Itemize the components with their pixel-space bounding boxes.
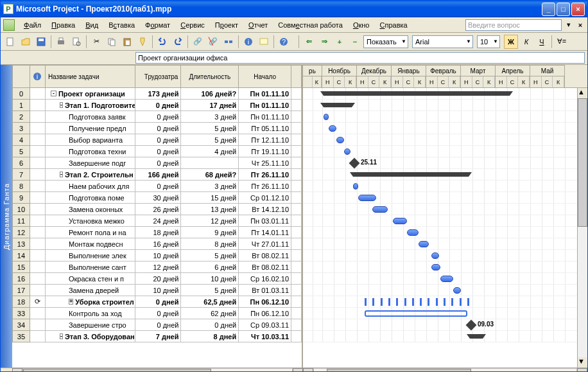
- scroll-up-button[interactable]: ▲: [578, 88, 587, 98]
- row-header[interactable]: 17: [12, 285, 30, 296]
- start-cell[interactable]: Пн 06.12.10: [239, 296, 291, 308]
- duration-cell[interactable]: 15 дней: [181, 192, 239, 204]
- duration-cell[interactable]: 106 дней?: [181, 88, 239, 100]
- start-cell[interactable]: Ср 01.12.10: [239, 192, 291, 204]
- milestone-icon[interactable]: [349, 158, 360, 169]
- task-bar[interactable]: [344, 148, 350, 155]
- work-cell[interactable]: 18 дней: [135, 227, 182, 238]
- task-row[interactable]: 9Подготовка поме30 дней15 днейСр 01.12.1…: [12, 192, 302, 204]
- gantt-row[interactable]: [303, 123, 587, 134]
- gantt-row[interactable]: [303, 308, 587, 319]
- task-name-cell[interactable]: Замена оконных: [46, 204, 135, 215]
- row-header[interactable]: 2: [12, 111, 30, 123]
- menu-вид[interactable]: Вид: [80, 19, 103, 31]
- link-button[interactable]: 🔗: [191, 35, 205, 49]
- summary-bar[interactable]: [353, 172, 469, 177]
- duration-cell[interactable]: 5 дней: [181, 134, 239, 146]
- work-cell[interactable]: 16 дней: [135, 238, 182, 250]
- col-name[interactable]: Название задачи: [46, 65, 135, 88]
- col-start[interactable]: Начало: [239, 65, 291, 88]
- task-name-cell[interactable]: Выполнение элек: [46, 250, 135, 261]
- task-row[interactable]: 6Завершение подг0 днейЧт 25.11.10: [12, 157, 302, 169]
- task-row[interactable]: 10Замена оконных26 дней13 днейВт 14.12.1…: [12, 204, 302, 215]
- col-extra[interactable]: [291, 65, 302, 88]
- gantt-row[interactable]: [303, 134, 587, 146]
- work-cell[interactable]: 12 дней: [135, 261, 182, 273]
- start-cell[interactable]: Пн 01.11.10: [239, 88, 291, 100]
- work-cell[interactable]: 24 дней: [135, 215, 182, 227]
- gantt-row[interactable]: [303, 296, 587, 308]
- gantt-row[interactable]: 25.11: [303, 157, 587, 169]
- task-bar[interactable]: [453, 287, 461, 294]
- task-row[interactable]: 14Выполнение элек10 дней5 днейВт 08.02.1…: [12, 250, 302, 261]
- gantt-row[interactable]: [303, 238, 587, 250]
- row-header[interactable]: 11: [12, 215, 30, 227]
- gantt-row[interactable]: [303, 227, 587, 238]
- gantt-row[interactable]: 09.03: [303, 319, 587, 331]
- gantt-scroll-left[interactable]: ◄: [303, 368, 313, 372]
- redo-button[interactable]: [171, 35, 185, 49]
- work-cell[interactable]: 0 дней: [135, 111, 182, 123]
- row-header[interactable]: 10: [12, 204, 30, 215]
- task-name-cell[interactable]: Завершение подг: [46, 157, 135, 169]
- entry-field[interactable]: Проект организации офиса: [135, 52, 585, 64]
- task-name-cell[interactable]: Установка межко: [46, 215, 135, 227]
- start-cell[interactable]: Ср 09.03.11: [239, 319, 291, 331]
- gantt-row[interactable]: [303, 181, 587, 192]
- task-name-cell[interactable]: Подготовка заявк: [46, 111, 135, 123]
- gantt-row[interactable]: [303, 261, 587, 273]
- close-button[interactable]: ×: [571, 3, 585, 16]
- row-header[interactable]: 35: [12, 331, 30, 342]
- show-combo[interactable]: Показать: [363, 35, 408, 48]
- month-header[interactable]: ЯнварьНСК: [392, 65, 426, 87]
- task-bar[interactable]: [431, 252, 439, 259]
- start-cell[interactable]: Пн 01.11.10: [239, 100, 291, 111]
- start-cell[interactable]: Чт 10.03.11: [239, 331, 291, 342]
- task-row[interactable]: 34Завершение стро0 дней0 днейСр 09.03.11: [12, 319, 302, 331]
- gantt-scroll-right[interactable]: ►: [577, 368, 587, 372]
- menu-отчет[interactable]: Отчет: [243, 19, 273, 31]
- start-cell[interactable]: Пт 26.11.10: [239, 169, 291, 181]
- row-header[interactable]: 16: [12, 273, 30, 285]
- info-button[interactable]: i: [241, 35, 255, 49]
- task-bar[interactable]: [407, 229, 419, 236]
- start-cell[interactable]: Чт 25.11.10: [239, 157, 291, 169]
- gantt-row[interactable]: [303, 285, 587, 296]
- duration-cell[interactable]: 6 дней: [181, 261, 239, 273]
- gantt-row[interactable]: [303, 111, 587, 123]
- work-cell[interactable]: 10 дней: [135, 285, 182, 296]
- work-cell[interactable]: 7 дней: [135, 331, 182, 342]
- format-painter-button[interactable]: [135, 35, 150, 49]
- task-name-cell[interactable]: Ремонт пола и на: [46, 227, 135, 238]
- preview-button[interactable]: [69, 35, 83, 49]
- duration-cell[interactable]: 5 дней: [181, 250, 239, 261]
- task-row[interactable]: 5Подготовка техни0 дней4 днейПт 19.11.10: [12, 146, 302, 157]
- gantt-row[interactable]: [303, 88, 587, 100]
- duration-cell[interactable]: 62,5 дней: [181, 296, 239, 308]
- task-bar[interactable]: [353, 183, 358, 190]
- start-cell[interactable]: Пт 19.11.10: [239, 146, 291, 157]
- task-bar[interactable]: [372, 206, 388, 213]
- menu-справка[interactable]: Справка: [374, 19, 412, 31]
- work-cell[interactable]: 173 дней: [135, 88, 182, 100]
- menu-сервис[interactable]: Сервис: [175, 19, 210, 31]
- duration-cell[interactable]: 5 дней: [181, 285, 239, 296]
- gantt-row[interactable]: [303, 204, 587, 215]
- duration-cell[interactable]: 8 дней: [181, 238, 239, 250]
- duration-cell[interactable]: 8 дней: [181, 331, 239, 342]
- task-name-cell[interactable]: Окраска стен и п: [46, 273, 135, 285]
- task-row[interactable]: 4Выбор варианта0 дней5 днейПт 12.11.10: [12, 134, 302, 146]
- split-button[interactable]: [221, 35, 236, 49]
- task-name-cell[interactable]: Подготовка поме: [46, 192, 135, 204]
- task-bar[interactable]: [358, 195, 376, 201]
- task-name-cell[interactable]: Замена дверей: [46, 285, 135, 296]
- start-cell[interactable]: Ср 16.02.10: [239, 273, 291, 285]
- task-name-cell[interactable]: -Проект организаци: [46, 88, 135, 100]
- task-name-cell[interactable]: Получение предл: [46, 123, 135, 134]
- task-row[interactable]: 33Контроль за ход0 дней62 днейПн 06.12.1…: [12, 308, 302, 319]
- task-bar[interactable]: [440, 276, 453, 282]
- task-name-cell[interactable]: Монтаж подвесн: [46, 238, 135, 250]
- task-name-cell[interactable]: Выполнение сант: [46, 261, 135, 273]
- task-name-cell[interactable]: -Этап 2. Строительн: [46, 169, 135, 181]
- duration-cell[interactable]: 3 дней: [181, 111, 239, 123]
